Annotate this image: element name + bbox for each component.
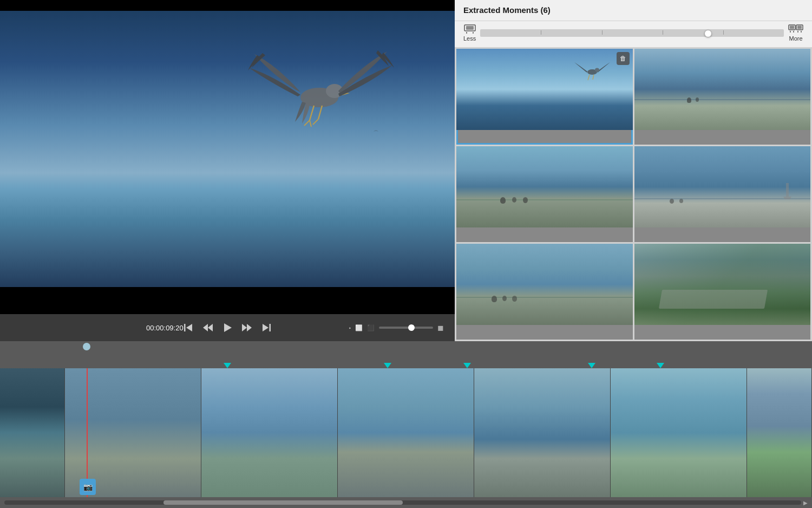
moment-marker-3 xyxy=(463,363,471,368)
zoom-small-icon: ▪ xyxy=(349,325,351,331)
skip-end-icon xyxy=(261,322,272,333)
moment-item-2[interactable] xyxy=(634,49,811,145)
timeline-strip: 📷 xyxy=(0,368,812,497)
trash-icon: 🗑 xyxy=(620,55,626,62)
zoom-handle[interactable] xyxy=(408,324,415,331)
moment-thumb-4 xyxy=(634,146,811,227)
screenshot-button[interactable]: 📷 xyxy=(80,479,96,495)
svg-line-31 xyxy=(588,75,590,80)
svg-marker-13 xyxy=(242,324,247,331)
scroll-right-arrow[interactable]: ▶ xyxy=(803,500,808,506)
video-black-bottom xyxy=(0,287,455,314)
svg-point-30 xyxy=(595,68,599,72)
svg-line-6 xyxy=(318,106,322,119)
play-icon xyxy=(222,322,233,333)
controls-right: ▪ ⬜ ⬛ ◼ xyxy=(349,323,444,332)
playhead-indicator xyxy=(83,343,90,350)
moment-marker-4 xyxy=(588,363,595,368)
timeline-thumb-1 xyxy=(65,368,201,497)
more-icon xyxy=(788,24,803,34)
moment-item-3[interactable] xyxy=(456,146,633,242)
rewind-button[interactable] xyxy=(202,322,213,333)
timeline-thumb-6 xyxy=(747,368,812,497)
svg-line-5 xyxy=(310,120,311,127)
timeline-thumb-4 xyxy=(474,368,611,497)
rewind-icon xyxy=(202,322,213,333)
timeline-thumb-3 xyxy=(338,368,474,497)
bottom-section: 📷 ▶ xyxy=(0,341,812,508)
video-canvas xyxy=(0,0,455,314)
time-display: 00:00:09:20 xyxy=(146,324,184,332)
timeline-thumb-2 xyxy=(201,368,338,497)
clip-view-button[interactable]: ⬜ xyxy=(355,324,363,331)
scroll-track[interactable] xyxy=(4,500,801,505)
moment-item-4[interactable] xyxy=(634,146,811,242)
play-button[interactable] xyxy=(222,322,233,333)
moment-thumb-1 xyxy=(456,49,633,130)
svg-marker-15 xyxy=(263,324,269,331)
svg-marker-11 xyxy=(203,324,208,331)
bird-svg xyxy=(244,32,395,152)
filmstrip-button[interactable]: ⬛ xyxy=(367,324,375,331)
svg-rect-8 xyxy=(184,324,186,331)
playhead-area xyxy=(0,341,812,352)
moment-thumb-2 xyxy=(634,49,811,130)
playhead-top xyxy=(87,341,94,350)
fast-forward-icon xyxy=(241,322,252,333)
zoom-slider[interactable] xyxy=(379,327,433,329)
timeline-thumb-0 xyxy=(0,368,65,497)
moment-bird-icon xyxy=(573,57,611,87)
svg-rect-28 xyxy=(797,26,802,29)
svg-line-32 xyxy=(593,75,594,80)
svg-marker-34 xyxy=(783,197,791,199)
panel-title: Extracted Moments (6) xyxy=(463,5,551,15)
skip-start-icon xyxy=(183,322,194,333)
fast-forward-button[interactable] xyxy=(241,322,252,333)
slider-thumb[interactable] xyxy=(704,30,712,37)
slider-row: Less xyxy=(455,21,812,47)
top-section: 00:00:09:20 xyxy=(0,0,812,341)
svg-marker-10 xyxy=(208,324,213,331)
camera-icon: 📷 xyxy=(83,483,93,491)
more-label: More xyxy=(789,35,802,42)
more-control[interactable]: More xyxy=(788,24,803,42)
svg-line-4 xyxy=(304,120,310,126)
extracted-slider[interactable] xyxy=(480,29,784,37)
controls-bar: 00:00:09:20 xyxy=(0,314,455,341)
svg-marker-12 xyxy=(224,323,232,332)
moment-item-6[interactable] xyxy=(634,244,811,340)
lighthouse-icon xyxy=(783,183,791,199)
svg-rect-20 xyxy=(466,26,474,30)
moment-thumb-6 xyxy=(634,244,811,325)
panel-header: Extracted Moments (6) xyxy=(455,0,812,21)
app-container: 00:00:09:20 xyxy=(0,0,812,508)
skip-start-button[interactable] xyxy=(183,322,194,333)
moment-item-1[interactable]: 🗑 xyxy=(456,49,633,145)
scroll-thumb[interactable] xyxy=(163,500,403,505)
svg-rect-27 xyxy=(790,26,794,29)
svg-marker-14 xyxy=(247,324,252,331)
skip-end-button[interactable] xyxy=(261,322,272,333)
svg-marker-9 xyxy=(186,324,192,331)
svg-line-3 xyxy=(310,106,314,120)
svg-rect-16 xyxy=(270,324,271,331)
timeline-markers xyxy=(0,352,812,368)
moment-thumb-3 xyxy=(456,146,633,227)
scrollbar-area: ▶ xyxy=(0,497,812,508)
video-player: 00:00:09:20 xyxy=(0,0,455,341)
less-control[interactable]: Less xyxy=(463,24,476,42)
zoom-large-icon: ◼ xyxy=(437,323,444,332)
less-label: Less xyxy=(463,35,476,42)
moments-grid: 🗑 xyxy=(455,47,812,341)
moment-thumb-5 xyxy=(456,244,633,325)
video-black-top xyxy=(0,0,455,11)
delete-moment-1-button[interactable]: 🗑 xyxy=(617,52,630,65)
timeline-thumb-5 xyxy=(611,368,747,497)
moment-marker-5 xyxy=(657,363,664,368)
moment-item-5[interactable] xyxy=(456,244,633,340)
svg-rect-33 xyxy=(786,183,789,197)
playhead-line xyxy=(87,368,88,497)
svg-line-7 xyxy=(313,119,318,125)
moment-marker-1 xyxy=(224,363,231,368)
less-icon xyxy=(464,24,476,34)
